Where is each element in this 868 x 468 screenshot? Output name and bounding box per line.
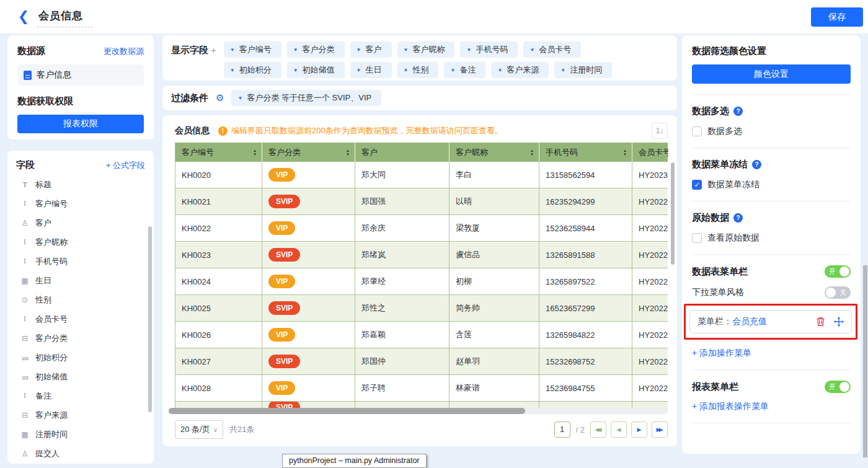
menu-freeze-checkbox-row[interactable]: ✓ 数据菜单冻结 bbox=[692, 179, 851, 190]
multi-select-checkbox-row[interactable]: 数据多选 bbox=[692, 126, 851, 137]
table-card: 会员信息 ! 编辑界面只取数据源前200条作为查询数据预览，完整数据请访问页面查… bbox=[162, 115, 677, 446]
display-chips-row2: ▼初始积分 ▼初始储值 ▼生日 ▼性别 ▼备注 ▼客户来源 ▼注册时间 bbox=[224, 62, 612, 78]
field-chip[interactable]: ▼初始储值 bbox=[287, 62, 345, 78]
sort-arrows-icon[interactable]: ▲▼ bbox=[253, 149, 257, 156]
fields-scrollbar[interactable] bbox=[148, 226, 152, 412]
cell-customer-type: SVIP bbox=[262, 295, 355, 321]
field-item[interactable]: 性别 bbox=[16, 290, 145, 309]
chevron-down-icon: ▼ bbox=[450, 68, 455, 73]
table-row: KH0026 VIP 郑嘉颖 含莲 13265984822 HY2022 bbox=[175, 322, 668, 348]
help-icon[interactable]: ? bbox=[733, 213, 743, 223]
formula-field-link[interactable]: + 公式字段 bbox=[106, 160, 145, 171]
filter-chip-label: 客户分类 等于任意一个 SVIP、VIP bbox=[247, 92, 371, 104]
field-label: 备注 bbox=[35, 391, 51, 402]
vertical-scrollbar[interactable] bbox=[671, 162, 675, 265]
field-chip[interactable]: ▼客户编号 bbox=[224, 42, 281, 58]
save-button[interactable]: 保存 bbox=[811, 7, 863, 27]
change-datasource-link[interactable]: 更改数据源 bbox=[104, 46, 144, 57]
field-item[interactable]: 初始积分 bbox=[16, 348, 145, 367]
trash-icon[interactable] bbox=[816, 317, 825, 327]
field-chip[interactable]: ▼注册时间 bbox=[554, 62, 612, 78]
field-item[interactable]: 备注 bbox=[16, 386, 145, 405]
datasource-item[interactable]: 客户信息 bbox=[17, 64, 144, 86]
field-chip[interactable]: ▼备注 bbox=[444, 62, 485, 78]
checkbox-label: 数据菜单冻结 bbox=[707, 179, 760, 190]
divider bbox=[692, 94, 851, 95]
cell-member-card: HY2022 bbox=[632, 242, 668, 268]
add-report-action-menu-link[interactable]: + 添加报表操作菜单 bbox=[692, 401, 851, 412]
row-sort-icon[interactable]: 1↓ bbox=[652, 123, 668, 139]
current-page-input[interactable]: 1 bbox=[554, 422, 570, 438]
field-chip[interactable]: ▼手机号码 bbox=[460, 42, 518, 58]
help-icon[interactable]: ? bbox=[733, 107, 743, 116]
checkbox[interactable] bbox=[692, 233, 702, 243]
gear-icon[interactable]: ⚙ bbox=[216, 92, 224, 104]
field-chip[interactable]: ▼客户 bbox=[350, 42, 392, 58]
cell-phone: 13265897522 bbox=[539, 268, 632, 294]
field-chip-label: 客户来源 bbox=[507, 64, 539, 76]
horizontal-scrollbar[interactable] bbox=[169, 408, 525, 414]
display-fields-card: 显示字段+ ▼客户编号 ▼客户分类 ▼客户 ▼客户昵称 ▼手机号码 ▼会员卡号 bbox=[162, 35, 677, 81]
sort-arrows-icon[interactable]: ▲▼ bbox=[623, 149, 627, 156]
cell-customer-id: KH0022 bbox=[175, 215, 262, 241]
field-item[interactable]: 提交人 bbox=[16, 444, 145, 463]
field-chip[interactable]: ▼生日 bbox=[350, 62, 392, 78]
field-label: 客户编号 bbox=[35, 198, 68, 210]
checkbox-label: 查看原始数据 bbox=[707, 232, 760, 244]
table-row: KH0021 SVIP 郑国强 以晴 16235294299 HY2022 bbox=[175, 188, 668, 215]
page-scrollbar[interactable] bbox=[863, 265, 867, 457]
field-item[interactable]: 客户来源 bbox=[16, 405, 145, 425]
field-item[interactable]: 手机号码 bbox=[16, 252, 145, 271]
field-item[interactable]: 生日 bbox=[16, 271, 145, 290]
field-item[interactable]: 客户 bbox=[16, 213, 145, 232]
field-chip-label: 会员卡号 bbox=[539, 44, 571, 55]
add-display-field-icon[interactable]: + bbox=[211, 45, 216, 55]
filter-chip[interactable]: ▼客户分类 等于任意一个 SVIP、VIP bbox=[231, 90, 381, 106]
menu-bar-item[interactable]: 菜单栏： 会员充值 bbox=[689, 310, 852, 333]
table-title: 会员信息 bbox=[175, 125, 210, 136]
field-item[interactable]: 客户编号 bbox=[16, 194, 145, 213]
prev-page-button[interactable]: ◀ bbox=[611, 422, 627, 438]
field-item[interactable]: 注册时间 bbox=[16, 425, 145, 444]
cell-customer-type: VIP bbox=[262, 268, 355, 294]
cell-customer-name: 郑大同 bbox=[355, 162, 450, 188]
sort-arrows-icon[interactable]: ▲▼ bbox=[530, 149, 534, 156]
field-item[interactable]: 标题 bbox=[16, 175, 145, 194]
table-menubar-toggle[interactable]: 开 bbox=[825, 265, 851, 278]
field-item[interactable]: 初始储值 bbox=[16, 367, 145, 386]
cell-customer-type: VIP bbox=[262, 322, 355, 348]
raw-data-checkbox-row[interactable]: 查看原始数据 bbox=[692, 232, 851, 244]
page-size-select[interactable]: 20 条/页 ∨ bbox=[175, 420, 223, 439]
move-icon[interactable] bbox=[834, 317, 844, 327]
divider bbox=[692, 148, 851, 148]
table-row: KH0025 SVIP 郑性之 简务帅 16523657299 HY2022 bbox=[175, 295, 668, 322]
help-icon[interactable]: ? bbox=[752, 160, 761, 169]
field-item[interactable]: 客户分类 bbox=[16, 329, 145, 348]
menu-item-value[interactable]: 会员充值 bbox=[732, 316, 767, 327]
report-permission-button[interactable]: 报表权限 bbox=[17, 115, 144, 133]
field-chip[interactable]: ▼客户分类 bbox=[287, 42, 345, 58]
chevron-down-icon: ▼ bbox=[356, 47, 361, 53]
chevron-down-icon: ▼ bbox=[466, 47, 471, 53]
field-chip[interactable]: ▼性别 bbox=[397, 62, 439, 78]
report-menubar-toggle[interactable]: 开 bbox=[825, 381, 851, 393]
field-chip[interactable]: ▼会员卡号 bbox=[523, 42, 581, 58]
color-setting-button[interactable]: 颜色设置 bbox=[692, 64, 851, 84]
sort-arrows-icon[interactable]: ▲▼ bbox=[346, 149, 350, 156]
checkbox[interactable]: ✓ bbox=[692, 180, 702, 190]
top-bar: ❮ 会员信息 保存 bbox=[0, 0, 868, 34]
checkbox[interactable] bbox=[692, 126, 702, 136]
field-chip[interactable]: ▼客户昵称 bbox=[397, 42, 455, 58]
back-icon[interactable]: ❮ bbox=[16, 9, 31, 24]
first-page-button[interactable]: ◀◀ bbox=[590, 422, 606, 438]
last-page-button[interactable]: ▶▶ bbox=[652, 422, 668, 438]
fields-heading: 字段 bbox=[16, 159, 35, 171]
field-item[interactable]: 会员卡号 bbox=[16, 309, 145, 329]
report-menubar-heading: 报表菜单栏 bbox=[692, 381, 738, 393]
field-chip[interactable]: ▼客户来源 bbox=[491, 62, 549, 78]
next-page-button[interactable]: ▶ bbox=[631, 422, 647, 438]
add-action-menu-link[interactable]: + 添加操作菜单 bbox=[692, 348, 851, 359]
dropdown-style-toggle[interactable]: 关 bbox=[825, 286, 851, 299]
field-item[interactable]: 客户昵称 bbox=[16, 232, 145, 252]
field-chip[interactable]: ▼初始积分 bbox=[224, 62, 281, 78]
